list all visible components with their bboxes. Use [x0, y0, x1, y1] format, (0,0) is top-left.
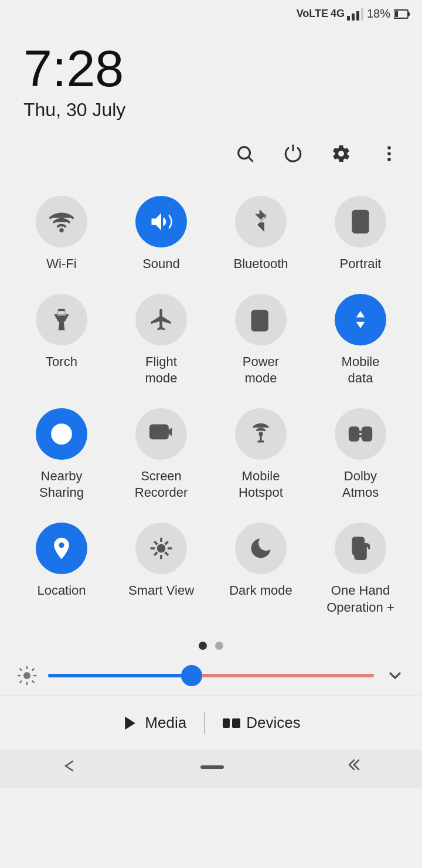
power-button[interactable] — [278, 138, 308, 169]
sound-label: Sound — [142, 256, 180, 273]
tile-flight-mode[interactable]: Flight mode — [111, 284, 211, 399]
nearby-sharing-label: Nearby Sharing — [39, 468, 84, 501]
svg-rect-17 — [256, 320, 264, 322]
tile-nearby-sharing[interactable]: Nearby Sharing — [12, 399, 111, 513]
tile-mobile-hotspot[interactable]: Mobile Hotspot — [211, 399, 311, 513]
dark-mode-label: Dark mode — [229, 582, 292, 599]
page-dots — [0, 633, 422, 656]
nearby-sharing-icon-bg — [36, 408, 87, 460]
sound-icon-bg — [135, 196, 187, 247]
bluetooth-label: Bluetooth — [234, 256, 288, 273]
signal-icon — [347, 8, 363, 21]
time-section: 7:28 Thu, 30 July — [0, 25, 422, 133]
tile-bluetooth[interactable]: Bluetooth — [211, 187, 311, 284]
location-icon-bg — [36, 523, 87, 574]
devices-label: Devices — [246, 714, 300, 732]
svg-rect-16 — [256, 314, 264, 318]
svg-marker-26 — [125, 716, 136, 730]
brightness-icon — [15, 664, 39, 687]
svg-point-25 — [23, 672, 30, 679]
power-mode-label: Power mode — [243, 354, 279, 387]
flight-mode-icon-bg — [135, 294, 187, 345]
tile-wifi[interactable]: Wi-Fi — [12, 187, 111, 284]
smart-view-icon-bg — [135, 523, 187, 574]
mobile-data-icon-bg — [335, 294, 386, 345]
nav-recent-button[interactable] — [343, 758, 362, 777]
mobile-hotspot-label: Mobile Hotspot — [239, 468, 283, 501]
lte-icon: 4G — [331, 8, 345, 20]
page-dot-1 — [199, 642, 207, 650]
tile-location[interactable]: Location — [12, 513, 111, 628]
bottom-bar: Media Devices — [0, 696, 422, 750]
smart-view-label: Smart View — [128, 582, 194, 599]
date-display: Thu, 30 July — [23, 99, 399, 121]
more-button[interactable] — [374, 138, 404, 169]
torch-label: Torch — [46, 354, 77, 371]
svg-rect-21 — [350, 428, 359, 440]
battery-label: 18% — [367, 7, 390, 21]
svg-rect-3 — [361, 8, 363, 21]
tile-dark-mode[interactable]: Dark mode — [211, 513, 311, 628]
tile-smart-view[interactable]: Smart View — [111, 513, 211, 628]
svg-rect-20 — [151, 425, 168, 438]
tile-sound[interactable]: Sound — [111, 187, 211, 284]
screen-recorder-label: Screen Recorder — [135, 468, 188, 501]
svg-point-12 — [60, 229, 63, 232]
tile-one-hand[interactable]: One Hand Operation + — [311, 513, 410, 628]
tile-mobile-data[interactable]: Mobile data — [311, 284, 410, 399]
svg-point-23 — [158, 545, 165, 551]
time-display: 7:28 — [23, 43, 399, 94]
svg-rect-0 — [347, 16, 350, 21]
network-status: VoLTE 4G — [297, 8, 363, 21]
location-label: Location — [37, 582, 86, 599]
svg-point-11 — [387, 158, 391, 161]
svg-rect-18 — [256, 324, 261, 326]
svg-rect-1 — [352, 13, 355, 21]
wifi-label: Wi-Fi — [46, 256, 76, 273]
tiles-grid: Wi-Fi Sound Bluetooth Portrait — [0, 181, 422, 633]
flight-mode-label: Flight mode — [145, 354, 177, 387]
dolby-atmos-label: Dolby Atmos — [342, 468, 379, 501]
svg-rect-22 — [363, 428, 372, 440]
svg-point-10 — [387, 152, 391, 155]
brightness-expand-button[interactable] — [383, 664, 407, 687]
bluetooth-icon-bg — [235, 196, 287, 247]
brightness-slider[interactable] — [48, 674, 374, 677]
svg-rect-6 — [395, 11, 398, 17]
one-hand-icon-bg — [335, 523, 386, 574]
search-button[interactable] — [230, 138, 260, 169]
power-mode-icon-bg — [235, 294, 287, 345]
mobile-data-label: Mobile data — [342, 354, 380, 387]
settings-button[interactable] — [326, 138, 356, 169]
page-dot-2 — [215, 642, 223, 650]
devices-button[interactable]: Devices — [205, 708, 318, 738]
media-button[interactable]: Media — [104, 708, 204, 738]
slider-thumb[interactable] — [181, 665, 202, 686]
nav-back-button[interactable] — [60, 758, 81, 777]
tile-torch[interactable]: Torch — [12, 284, 111, 399]
status-bar: VoLTE 4G 18% — [0, 0, 422, 25]
tile-screen-recorder[interactable]: Screen Recorder — [111, 399, 211, 513]
mobile-hotspot-icon-bg — [235, 408, 287, 460]
svg-rect-5 — [408, 12, 410, 16]
svg-rect-27 — [223, 718, 230, 728]
svg-point-9 — [387, 146, 391, 150]
tile-dolby-atmos[interactable]: Dolby Atmos — [311, 399, 410, 513]
dolby-atmos-icon-bg — [335, 408, 386, 460]
screen-recorder-icon-bg — [135, 408, 187, 460]
nav-bar — [0, 750, 422, 788]
tile-power-mode[interactable]: Power mode — [211, 284, 311, 399]
volte-icon: VoLTE — [297, 8, 328, 20]
tile-portrait[interactable]: Portrait — [311, 187, 410, 284]
nav-home-button[interactable] — [200, 765, 224, 769]
svg-rect-15 — [252, 311, 267, 330]
battery-icon — [394, 8, 410, 20]
svg-rect-28 — [232, 718, 240, 728]
brightness-row — [0, 656, 422, 696]
dark-mode-icon-bg — [235, 523, 287, 574]
svg-line-8 — [249, 157, 252, 161]
svg-point-14 — [359, 225, 362, 229]
portrait-icon-bg — [335, 196, 386, 247]
one-hand-label: One Hand Operation + — [326, 582, 394, 616]
torch-icon-bg — [36, 294, 87, 345]
